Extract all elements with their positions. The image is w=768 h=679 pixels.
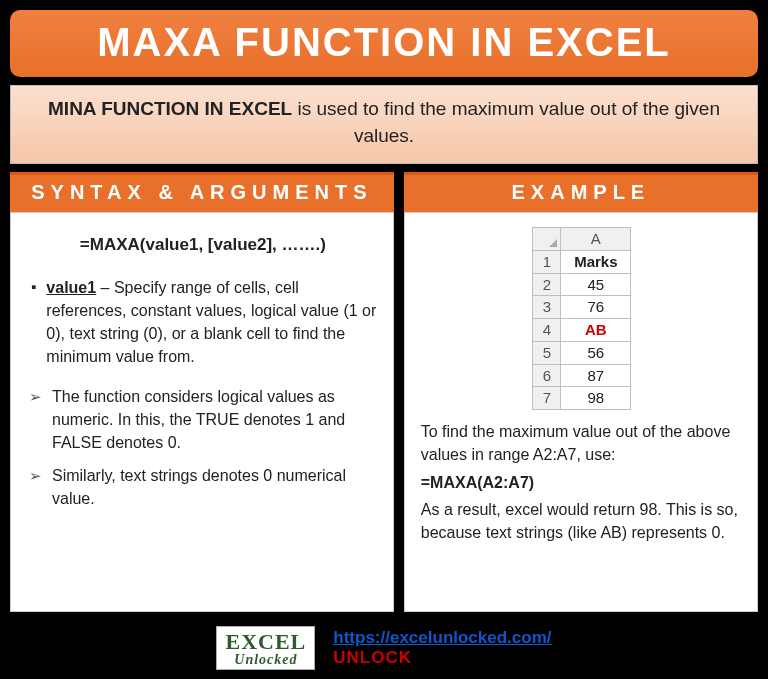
footer-right: https://excelunlocked.com/ UNLOCK xyxy=(333,628,551,668)
columns: SYNTAX & ARGUMENTS =MAXA(value1, [value2… xyxy=(10,172,758,612)
table-row: 4 AB xyxy=(533,319,631,342)
example-header: EXAMPLE xyxy=(404,172,758,212)
col-header-a: A xyxy=(561,228,631,251)
cell-value: Marks xyxy=(561,250,631,273)
table-row: 5 56 xyxy=(533,341,631,364)
cell-value: 76 xyxy=(561,296,631,319)
syntax-column: SYNTAX & ARGUMENTS =MAXA(value1, [value2… xyxy=(10,172,394,612)
description-box: MINA FUNCTION IN EXCEL is used to find t… xyxy=(10,85,758,164)
cell-value: 98 xyxy=(561,387,631,410)
logo: EXCEL Unlocked xyxy=(216,626,315,670)
description-text: is used to find the maximum value out of… xyxy=(292,98,720,146)
cell-value: 45 xyxy=(561,273,631,296)
argument-item: value1 – Specify range of cells, cell re… xyxy=(27,276,379,369)
cell-value: 87 xyxy=(561,364,631,387)
syntax-note-1: The function considers logical values as… xyxy=(27,385,379,455)
logo-bottom: Unlocked xyxy=(225,653,306,667)
row-num: 1 xyxy=(533,250,561,273)
footer: EXCEL Unlocked https://excelunlocked.com… xyxy=(10,620,758,670)
table-row: 3 76 xyxy=(533,296,631,319)
page-title: MAXA FUNCTION IN EXCEL xyxy=(10,10,758,77)
arg-desc: – Specify range of cells, cell reference… xyxy=(46,279,376,366)
table-row: 2 45 xyxy=(533,273,631,296)
row-num: 2 xyxy=(533,273,561,296)
syntax-note-2: Similarly, text strings denotes 0 numeri… xyxy=(27,464,379,510)
table-row: 6 87 xyxy=(533,364,631,387)
row-num: 6 xyxy=(533,364,561,387)
row-num: 3 xyxy=(533,296,561,319)
footer-unlock: UNLOCK xyxy=(333,648,412,667)
arg-name: value1 xyxy=(46,279,96,296)
example-column: EXAMPLE A 1 Marks 2 45 3 76 xyxy=(404,172,758,612)
syntax-body: =MAXA(value1, [value2], …….) value1 – Sp… xyxy=(10,212,394,612)
row-num: 4 xyxy=(533,319,561,342)
excel-table: A 1 Marks 2 45 3 76 4 AB xyxy=(532,227,631,410)
table-row: 1 Marks xyxy=(533,250,631,273)
syntax-formula: =MAXA(value1, [value2], …….) xyxy=(27,233,379,258)
cell-value-ab: AB xyxy=(561,319,631,342)
syntax-header: SYNTAX & ARGUMENTS xyxy=(10,172,394,212)
example-formula: =MAXA(A2:A7) xyxy=(421,471,743,494)
table-row: 7 98 xyxy=(533,387,631,410)
table-corner xyxy=(533,228,561,251)
description-bold: MINA FUNCTION IN EXCEL xyxy=(48,98,292,119)
logo-top: EXCEL xyxy=(225,631,306,653)
example-text-1: To find the maximum value out of the abo… xyxy=(421,420,743,466)
cell-value: 56 xyxy=(561,341,631,364)
row-num: 7 xyxy=(533,387,561,410)
lock-icon: X xyxy=(241,629,258,654)
example-body: A 1 Marks 2 45 3 76 4 AB xyxy=(404,212,758,612)
example-text-2: As a result, excel would return 98. This… xyxy=(421,498,743,544)
row-num: 5 xyxy=(533,341,561,364)
footer-link[interactable]: https://excelunlocked.com/ xyxy=(333,628,551,647)
